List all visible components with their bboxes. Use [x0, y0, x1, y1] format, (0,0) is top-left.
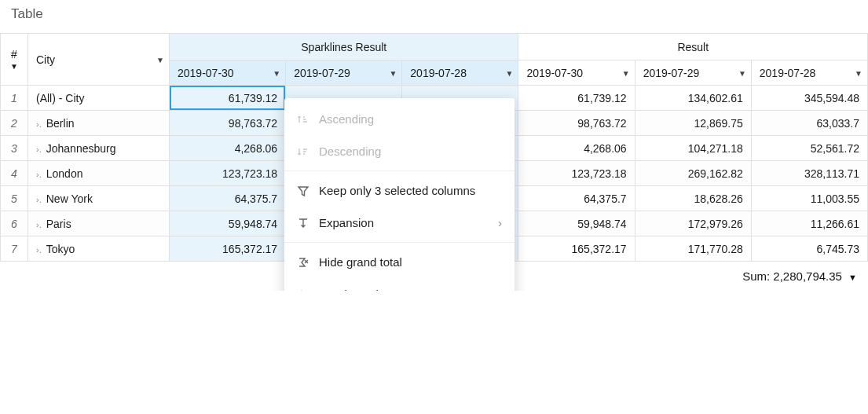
spark-cell[interactable]: 123,723.18: [170, 161, 286, 186]
col-header-spark-date-1[interactable]: 2019-07-29▼: [286, 60, 402, 86]
spark-cell[interactable]: 61,739.12: [170, 86, 286, 111]
spark-cell[interactable]: 64,375.7: [170, 186, 286, 211]
city-name: Paris: [46, 218, 71, 230]
col-group-result[interactable]: Result: [518, 34, 868, 60]
result-cell[interactable]: 12,869.75: [635, 111, 751, 136]
result-cell[interactable]: 6,745.73: [751, 236, 867, 262]
chevron-down-icon[interactable]: ▼: [273, 68, 280, 77]
context-menu: Ascending Descending Keep only 3 selecte…: [284, 98, 515, 291]
result-cell[interactable]: 63,033.7: [751, 111, 867, 136]
result-cell[interactable]: 64,375.7: [518, 186, 635, 211]
chevron-right-icon: ›: [498, 217, 502, 229]
result-cell[interactable]: 61,739.12: [518, 86, 635, 111]
row-index: 1: [1, 86, 28, 111]
chevron-down-icon[interactable]: ▼: [389, 68, 397, 77]
result-cell[interactable]: 59,948.74: [518, 211, 635, 236]
drill-icon[interactable]: ›.: [36, 245, 42, 255]
result-cell[interactable]: 4,268.06: [518, 136, 635, 161]
chevron-down-icon[interactable]: ▼: [622, 68, 630, 77]
menu-header-style[interactable]: Header style: [284, 278, 515, 291]
city-name: Johannesburg: [46, 142, 116, 155]
city-cell[interactable]: ›.New York: [28, 186, 170, 211]
row-index: 3: [1, 136, 28, 161]
result-cell[interactable]: 104,271.18: [635, 136, 751, 161]
chevron-down-icon[interactable]: ▼: [9, 62, 20, 71]
drill-icon[interactable]: ›.: [36, 170, 42, 179]
col-group-sparklines[interactable]: Sparklines Result: [170, 34, 518, 60]
col-header-result-date-2[interactable]: 2019-07-28▼: [751, 60, 867, 86]
sort-descending-icon: [297, 145, 319, 158]
row-index: 7: [1, 236, 28, 262]
result-cell[interactable]: 52,561.72: [751, 136, 867, 161]
result-cell[interactable]: 165,372.17: [518, 236, 635, 262]
row-index: 4: [1, 161, 28, 186]
menu-hide-grand-total[interactable]: Hide grand total: [284, 246, 515, 278]
city-name: Berlin: [46, 117, 75, 130]
drill-icon[interactable]: ›.: [36, 119, 42, 129]
city-name: Tokyo: [46, 243, 75, 255]
col-header-city[interactable]: City ▼: [28, 34, 170, 86]
col-header-index[interactable]: # ▼: [1, 34, 28, 86]
col-header-result-date-0[interactable]: 2019-07-30▼: [518, 60, 635, 86]
spark-cell[interactable]: 4,268.06: [170, 136, 286, 161]
sort-ascending-icon: [297, 113, 319, 126]
row-index: 5: [1, 186, 28, 211]
result-cell[interactable]: 18,628.26: [635, 186, 751, 211]
menu-keep-only[interactable]: Keep only 3 selected columns: [284, 174, 515, 207]
summary-value: 2,280,794.35: [773, 269, 842, 283]
spark-cell[interactable]: 165,372.17: [170, 236, 286, 262]
menu-descending: Descending: [284, 135, 515, 167]
city-name: New York: [46, 192, 93, 205]
result-cell[interactable]: 171,770.28: [635, 236, 751, 262]
city-name: (All) - City: [36, 92, 84, 104]
drill-icon[interactable]: ›.: [36, 195, 42, 204]
city-cell[interactable]: (All) - City: [28, 86, 170, 111]
result-cell[interactable]: 345,594.48: [751, 86, 867, 111]
row-index: 6: [1, 211, 28, 236]
chevron-down-icon[interactable]: ▼: [855, 68, 863, 77]
chevron-down-icon[interactable]: ▼: [506, 68, 514, 77]
page-title: Table: [0, 0, 868, 33]
col-header-spark-date-2[interactable]: 2019-07-28▼: [402, 60, 518, 86]
summary-label: Sum:: [742, 269, 770, 283]
filter-icon: [297, 185, 319, 197]
sigma-hide-icon: [297, 256, 319, 269]
result-cell[interactable]: 172,979.26: [635, 211, 751, 236]
chevron-down-icon[interactable]: ▼: [156, 55, 164, 64]
menu-ascending: Ascending: [284, 103, 515, 135]
city-cell[interactable]: ›.London: [28, 161, 170, 186]
chevron-down-icon[interactable]: ▼: [848, 273, 857, 282]
spark-cell[interactable]: 98,763.72: [170, 111, 286, 136]
row-index: 2: [1, 111, 28, 136]
col-header-result-date-1[interactable]: 2019-07-29▼: [635, 60, 751, 86]
menu-expansion[interactable]: Expansion ›: [284, 207, 515, 239]
spark-cell[interactable]: 59,948.74: [170, 211, 286, 236]
result-cell[interactable]: 11,003.55: [751, 186, 867, 211]
col-header-spark-date-0[interactable]: 2019-07-30▼: [170, 60, 286, 86]
drill-icon[interactable]: ›.: [36, 220, 42, 229]
result-cell[interactable]: 11,266.61: [751, 211, 867, 236]
result-cell[interactable]: 98,763.72: [518, 111, 635, 136]
result-cell[interactable]: 269,162.82: [635, 161, 751, 186]
city-cell[interactable]: ›.Paris: [28, 211, 170, 236]
city-cell[interactable]: ›.Johannesburg: [28, 136, 170, 161]
chevron-down-icon[interactable]: ▼: [738, 68, 746, 77]
expansion-icon: [297, 217, 319, 229]
header-style-icon: [297, 288, 319, 291]
result-cell[interactable]: 123,723.18: [518, 161, 635, 186]
city-cell[interactable]: ›.Berlin: [28, 111, 170, 136]
city-name: London: [46, 167, 83, 180]
result-cell[interactable]: 328,113.71: [751, 161, 867, 186]
result-cell[interactable]: 134,602.61: [635, 86, 751, 111]
drill-icon[interactable]: ›.: [36, 145, 42, 154]
city-cell[interactable]: ›.Tokyo: [28, 236, 170, 262]
